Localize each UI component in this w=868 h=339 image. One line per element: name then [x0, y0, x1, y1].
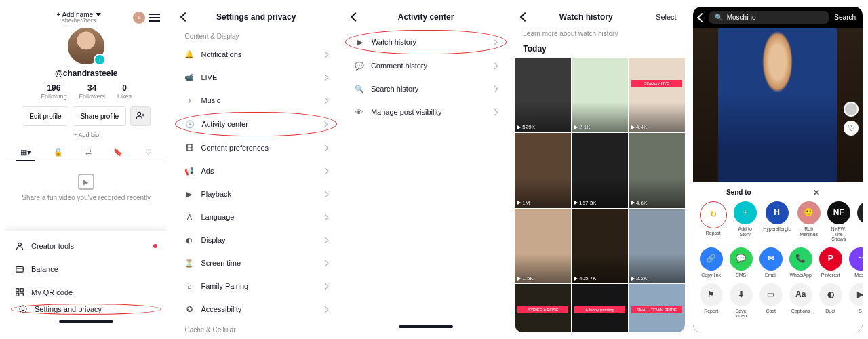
music-icon: ♪	[184, 96, 194, 105]
creator-avatar[interactable]	[844, 102, 859, 117]
page-title: Settings and privacy	[182, 12, 330, 22]
chevron-down-icon	[96, 13, 101, 16]
row-comment-history[interactable]: 💬Comment history	[345, 54, 507, 77]
play-icon: ▶	[184, 189, 194, 199]
svg-rect-5	[16, 293, 19, 296]
stat-followers[interactable]: 34Followers	[79, 83, 105, 100]
menu-balance[interactable]: Balance	[5, 258, 167, 281]
row-screen-time[interactable]: ⏳Screen time	[175, 252, 336, 275]
search-share-screen: 🔍 Moschino Search ♡ Send to✕ ↻Repost+Add…	[693, 7, 863, 332]
pronouns-label: she/her/hers	[56, 17, 101, 24]
row-watch-history[interactable]: ▶Watch history	[345, 30, 507, 54]
stat-following[interactable]: 196Following	[41, 83, 66, 100]
language-icon: A	[184, 212, 194, 222]
video-result[interactable]: ♡	[693, 28, 863, 182]
notification-dot-icon	[153, 244, 157, 248]
share-target[interactable]: ▶S	[849, 283, 863, 319]
video-placeholder-icon: ▶	[78, 174, 94, 190]
video-thumb[interactable]: SMALL TOWN PRIDE	[629, 284, 685, 332]
row-playback[interactable]: ▶Playback	[175, 182, 336, 205]
tab-reposts[interactable]: ⇄	[80, 144, 97, 161]
add-friends-button[interactable]	[130, 106, 151, 126]
watch-history-screen: Watch history Select Learn more about wa…	[515, 7, 684, 332]
share-target[interactable]: 🙂Rob Martinez	[797, 201, 821, 242]
video-thumb[interactable]: 4.6K	[629, 133, 685, 207]
account-switcher[interactable]: 8	[133, 12, 145, 24]
like-button[interactable]: ♡	[844, 121, 859, 136]
video-thumb[interactable]: A funny painting	[572, 284, 628, 332]
back-icon[interactable]	[697, 12, 707, 22]
share-target[interactable]: AaCaptions	[789, 283, 812, 319]
share-target[interactable]: ⬇Save video	[730, 283, 753, 319]
row-music[interactable]: ♪Music	[175, 89, 336, 112]
row-display[interactable]: ◐Display	[175, 228, 336, 252]
menu-settings-privacy[interactable]: Settings and privacy	[11, 304, 161, 315]
tab-liked[interactable]: ♡	[140, 144, 157, 161]
video-thumb[interactable]: 405.7K	[572, 209, 628, 283]
eye-icon: 👁	[355, 107, 364, 117]
menu-creator-tools[interactable]: Creator tools	[5, 235, 167, 258]
share-target[interactable]: ▭Cast	[760, 283, 783, 319]
search-icon: 🔍	[715, 14, 723, 21]
learn-more-link[interactable]: Learn more about watch history	[515, 27, 684, 41]
row-manage-visibility[interactable]: 👁Manage post visibility	[345, 100, 507, 123]
share-target[interactable]: PPinterest	[819, 247, 842, 278]
svg-point-6	[22, 308, 24, 311]
add-bio-link[interactable]: + Add bio	[73, 132, 99, 138]
hourglass-icon: ⏳	[184, 258, 194, 268]
share-target[interactable]: ✉Email	[760, 247, 783, 278]
share-target[interactable]: 🔗Copy link	[700, 247, 723, 278]
search-icon: 🔍	[355, 84, 364, 94]
tab-saved[interactable]: 🔖	[108, 144, 128, 161]
tab-locked[interactable]: 🔒	[48, 144, 68, 161]
row-search-history[interactable]: 🔍Search history	[345, 77, 507, 100]
stat-likes[interactable]: 0Likes	[117, 83, 132, 100]
row-activity-center[interactable]: 🕓Activity center	[175, 112, 336, 136]
search-button[interactable]: Search	[833, 14, 857, 21]
video-thumb[interactable]: 529K	[515, 58, 571, 132]
share-profile-button[interactable]: Share profile	[73, 106, 126, 126]
hamburger-icon[interactable]	[149, 14, 160, 22]
video-thumb[interactable]: 1.5K	[515, 209, 571, 283]
bottom-sheet: Creator tools Balance My QR code Setting…	[5, 231, 167, 332]
name-dropdown[interactable]: + Add name she/her/hers	[56, 11, 101, 24]
wallet-icon	[15, 264, 24, 274]
settings-list: 🔔Notifications 📹LIVE ♪Music 🕓Activity ce…	[175, 43, 336, 321]
menu-qr-code[interactable]: My QR code	[5, 281, 167, 304]
video-thumb[interactable]: STRIKE A POSE	[515, 284, 571, 332]
select-button[interactable]: Select	[656, 13, 677, 21]
close-icon[interactable]: ✕	[778, 188, 856, 197]
tab-grid[interactable]: ▦▾	[15, 144, 37, 161]
svg-rect-3	[16, 289, 19, 292]
video-thumb[interactable]: 1M	[515, 133, 571, 207]
share-target[interactable]: ~Mess	[849, 247, 863, 278]
row-notifications[interactable]: 🔔Notifications	[175, 43, 336, 66]
creator-tools-icon	[15, 241, 24, 251]
video-grid: 529K2.1K4.4KOlfactory NYC1M167.3K4.6K1.5…	[515, 58, 684, 332]
profile-topbar: + Add name she/her/hers 8	[5, 7, 167, 28]
share-target[interactable]: 📞WhatsApp	[789, 247, 812, 278]
home-indicator	[59, 320, 113, 323]
share-target[interactable]: ↻Repost	[700, 201, 727, 242]
share-target[interactable]: NFNYFW: The Shows	[827, 201, 850, 242]
row-content-prefs[interactable]: 🎞Content preferences	[175, 136, 336, 159]
share-target[interactable]: ⚑Report	[700, 283, 723, 319]
add-story-icon[interactable]: +	[94, 54, 106, 66]
share-target[interactable]: HHyperallergic	[764, 201, 791, 242]
row-accessibility[interactable]: ✪Accessibility	[175, 298, 336, 321]
profile-tabs: ▦▾ 🔒 ⇄ 🔖 ♡	[5, 144, 167, 161]
search-input[interactable]: 🔍 Moschino	[709, 11, 829, 24]
edit-profile-button[interactable]: Edit profile	[22, 106, 68, 126]
row-language[interactable]: ALanguage	[175, 205, 336, 228]
share-target[interactable]: ◐Duet	[819, 283, 842, 319]
video-thumb[interactable]: 2.1K	[572, 58, 628, 132]
row-family-pairing[interactable]: ⌂Family Pairing	[175, 275, 336, 298]
share-target[interactable]: +Add to Story	[734, 201, 757, 242]
video-thumb[interactable]: 2.2K	[629, 209, 685, 283]
video-thumb[interactable]: 4.4KOlfactory NYC	[629, 58, 685, 132]
share-target[interactable]: WW	[857, 201, 863, 242]
video-thumb[interactable]: 167.3K	[572, 133, 628, 207]
share-target[interactable]: 💬SMS	[730, 247, 753, 278]
row-ads[interactable]: 📢Ads	[175, 159, 336, 182]
row-live[interactable]: 📹LIVE	[175, 66, 336, 89]
